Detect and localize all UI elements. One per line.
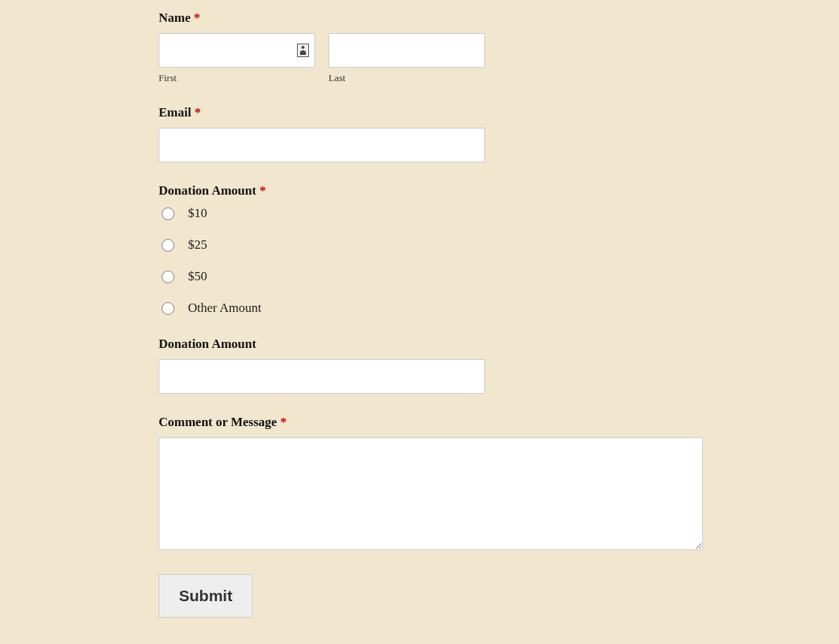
donation-radio-25[interactable] xyxy=(162,239,174,252)
email-input[interactable] xyxy=(159,128,485,162)
submit-button[interactable]: Submit xyxy=(159,574,253,618)
email-label-text: Email xyxy=(159,105,191,119)
required-marker: * xyxy=(195,105,201,119)
donation-form: Name * First Last Email * xyxy=(0,0,710,640)
name-field: Name * First Last xyxy=(159,11,710,84)
last-name-sublabel: Last xyxy=(329,72,485,84)
email-field: Email * xyxy=(159,105,710,162)
name-label-text: Name xyxy=(159,11,190,25)
comment-label-text: Comment or Message xyxy=(159,415,277,429)
comment-label: Comment or Message * xyxy=(159,415,710,430)
contact-autofill-icon[interactable] xyxy=(297,44,309,57)
name-label: Name * xyxy=(159,11,710,26)
donation-radio-50-label: $50 xyxy=(188,269,207,284)
donation-radio-50[interactable] xyxy=(162,271,174,283)
donation-radio-group: $10 $25 $50 Other Amount xyxy=(159,206,710,316)
first-name-input[interactable] xyxy=(159,33,315,68)
required-marker: * xyxy=(280,415,287,429)
email-label: Email * xyxy=(159,105,710,120)
last-name-input[interactable] xyxy=(329,33,485,68)
donation-radio-other-label: Other Amount xyxy=(188,301,262,316)
donation-amount-radio-field: Donation Amount * $10 $25 $50 Other Amou… xyxy=(159,183,710,316)
required-marker: * xyxy=(194,11,201,25)
donation-option-10[interactable]: $10 xyxy=(162,206,710,221)
first-name-sublabel: First xyxy=(159,72,315,84)
donation-amount-input[interactable] xyxy=(159,359,485,394)
donation-amount-text-field: Donation Amount xyxy=(159,337,710,394)
comment-textarea[interactable] xyxy=(159,437,703,550)
comment-field: Comment or Message * xyxy=(159,415,710,553)
donation-radio-25-label: $25 xyxy=(188,237,207,252)
donation-radio-10[interactable] xyxy=(162,207,174,220)
required-marker: * xyxy=(259,183,266,198)
donation-radio-10-label: $10 xyxy=(188,206,207,221)
donation-option-50[interactable]: $50 xyxy=(162,269,710,284)
donation-option-other[interactable]: Other Amount xyxy=(162,301,710,316)
donation-amount-text-label: Donation Amount xyxy=(159,337,710,352)
donation-amount-radio-label-text: Donation Amount xyxy=(159,183,256,198)
donation-option-25[interactable]: $25 xyxy=(162,237,710,252)
donation-amount-radio-label: Donation Amount * xyxy=(159,183,710,198)
donation-radio-other[interactable] xyxy=(162,302,174,315)
